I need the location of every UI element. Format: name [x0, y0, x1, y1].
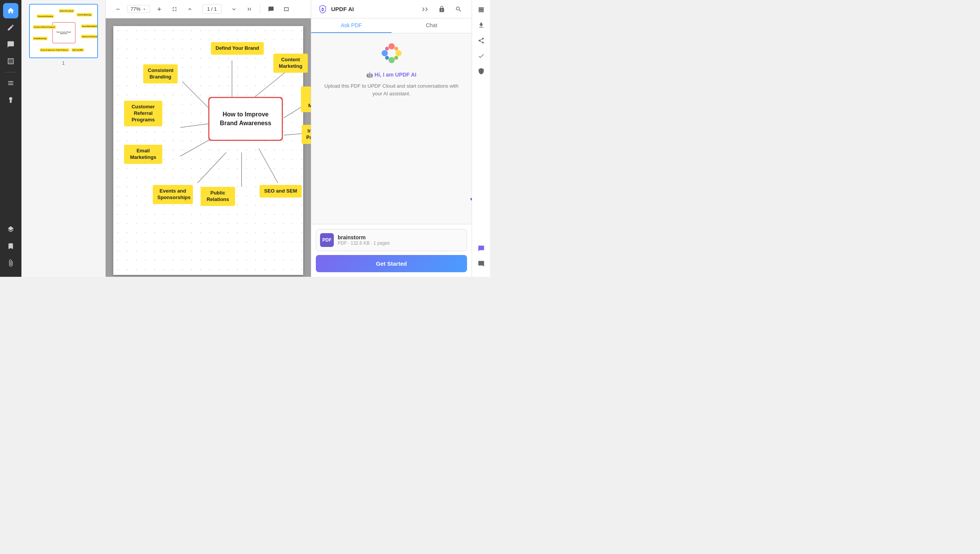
comment-icon[interactable] [3, 37, 18, 52]
right-icon-secure[interactable] [474, 64, 488, 78]
ai-search-icon[interactable] [452, 2, 466, 16]
svg-point-12 [395, 50, 402, 56]
thumb-node-referral: Customer Referral Programs [33, 25, 56, 29]
thumb-node-influencer: Influencer Partnerships [81, 35, 97, 38]
svg-line-9 [259, 149, 278, 183]
svg-point-18 [385, 47, 389, 51]
node-seo-sem: SEO and SEM [260, 185, 302, 198]
svg-line-3 [284, 103, 303, 118]
svg-line-4 [180, 124, 209, 127]
ai-name: UPDF AI [395, 72, 416, 78]
left-sidebar [0, 0, 21, 277]
svg-point-11 [389, 43, 395, 49]
zoom-control[interactable]: 77% [127, 5, 150, 13]
node-customer-referral: CustomerReferralPrograms [124, 101, 162, 126]
table-icon[interactable] [3, 54, 18, 69]
bookmark-icon[interactable] [3, 239, 18, 254]
thumb-node-define: Defind Your Brand [59, 9, 75, 13]
right-icon-bot[interactable] [474, 242, 488, 255]
node-define-brand: Defind Your Brand [211, 42, 264, 55]
node-influencer: InfluenceerPartnesships [302, 125, 311, 144]
svg-line-5 [284, 133, 303, 135]
svg-point-13 [389, 57, 395, 63]
thumbnail-image: How to Improve Brand Awareness Defind Yo… [31, 6, 97, 56]
ai-header: UPDF AI [311, 0, 472, 18]
ai-expand-icon[interactable] [418, 2, 432, 16]
right-icon-download[interactable] [474, 18, 488, 32]
thumb-node-social: Social Media Marketing [81, 25, 97, 28]
ai-subtext: Upload this PDF to UPDF Cloud and start … [319, 82, 464, 97]
next-page-button[interactable] [228, 3, 240, 15]
thumbnail-page-number: 1 [62, 60, 65, 66]
thumb-node-pr: Public Relations [55, 48, 69, 52]
ai-file-meta: PDF · 132.6 KB · 1 pages [338, 240, 463, 246]
ai-greeting: 🤖 Hi, I am UPDF AI [366, 72, 416, 78]
ai-title: UPDF AI [331, 6, 354, 12]
edit-icon[interactable] [3, 20, 18, 35]
tab-ask-pdf[interactable]: Ask PDF [311, 18, 392, 33]
right-icon-check[interactable] [474, 49, 488, 63]
divider [5, 72, 16, 72]
right-icon-table[interactable] [474, 3, 488, 17]
ai-file-card: PDF brainstorm PDF · 132.6 KB · 1 pages [316, 229, 467, 251]
organize-icon[interactable] [3, 75, 18, 91]
node-center: How to Improve Brand Awareness [208, 97, 283, 141]
pdf-page: Defind Your Brand ContentMarketing Consi… [113, 26, 303, 275]
node-events: Events andSponsorships [153, 185, 193, 204]
view-mode-button[interactable] [280, 3, 292, 15]
prev-page-button[interactable] [184, 3, 196, 15]
home-icon[interactable] [3, 3, 18, 18]
right-strip [472, 0, 490, 277]
get-started-button[interactable]: Get Started [316, 255, 467, 272]
svg-point-17 [385, 56, 389, 60]
pdf-canvas: Defind Your Brand ContentMarketing Consi… [106, 18, 311, 277]
node-public-relations: PublicRelations [201, 187, 235, 206]
svg-point-10 [322, 9, 323, 10]
page-indicator: 1 / 1 [202, 4, 222, 14]
comment-toggle-button[interactable] [265, 3, 277, 15]
zoom-out-button[interactable] [112, 3, 124, 15]
svg-line-6 [180, 139, 211, 156]
thumb-node-branding: Consistent Branding [37, 15, 54, 18]
ai-file-icon: PDF [320, 233, 334, 247]
ai-footer: PDF brainstorm PDF · 132.6 KB · 1 pages … [311, 224, 472, 277]
tab-chat[interactable]: Chat [392, 18, 472, 33]
ai-header-icons [418, 2, 466, 16]
updf-logo [317, 4, 328, 15]
ai-lock-icon[interactable] [435, 2, 449, 16]
fit-page-button[interactable] [168, 3, 181, 15]
svg-point-15 [394, 47, 398, 51]
svg-line-2 [182, 82, 211, 110]
node-social-media: Social MediaMarketing [301, 87, 311, 112]
thumb-node-content: Content Marketing [77, 13, 92, 16]
ai-panel: UPDF AI Ask PDF Chat [311, 0, 472, 277]
thumb-node-seo: SEO and SEM [72, 48, 84, 52]
right-icon-comment[interactable] [474, 257, 488, 271]
toolbar: 77% 1 / 1 [106, 0, 311, 18]
attachment-icon[interactable] [3, 255, 18, 271]
main-area: 77% 1 / 1 [106, 0, 311, 277]
svg-line-1 [255, 72, 286, 97]
toolbar-separator [260, 5, 260, 14]
node-content-marketing: ContentMarketing [273, 54, 308, 73]
ai-tabs: Ask PDF Chat [311, 18, 472, 33]
ai-body: 🤖 Hi, I am UPDF AI Upload this PDF to UP… [311, 33, 472, 224]
stamp-icon[interactable] [3, 92, 18, 108]
ai-file-info: brainstorm PDF · 132.6 KB · 1 pages [338, 234, 463, 246]
layers-icon[interactable] [3, 222, 18, 237]
zoom-in-button[interactable] [153, 3, 165, 15]
svg-line-7 [198, 152, 226, 183]
svg-point-16 [394, 56, 398, 60]
thumb-node-email: Email Marketings [33, 37, 48, 40]
ai-file-name: brainstorm [338, 234, 463, 240]
last-page-button[interactable] [243, 3, 255, 15]
zoom-value: 77% [131, 6, 140, 12]
ai-mascot [379, 41, 404, 67]
svg-point-14 [382, 50, 388, 56]
thumbnail-panel: How to Improve Brand Awareness Defind Yo… [21, 0, 106, 277]
node-consistent-branding: ConsistentBranding [143, 64, 178, 83]
node-email-marketing: EmailMarketings [124, 145, 162, 164]
right-icon-share[interactable] [474, 34, 488, 47]
thumbnail-container[interactable]: How to Improve Brand Awareness Defind Yo… [29, 4, 98, 58]
